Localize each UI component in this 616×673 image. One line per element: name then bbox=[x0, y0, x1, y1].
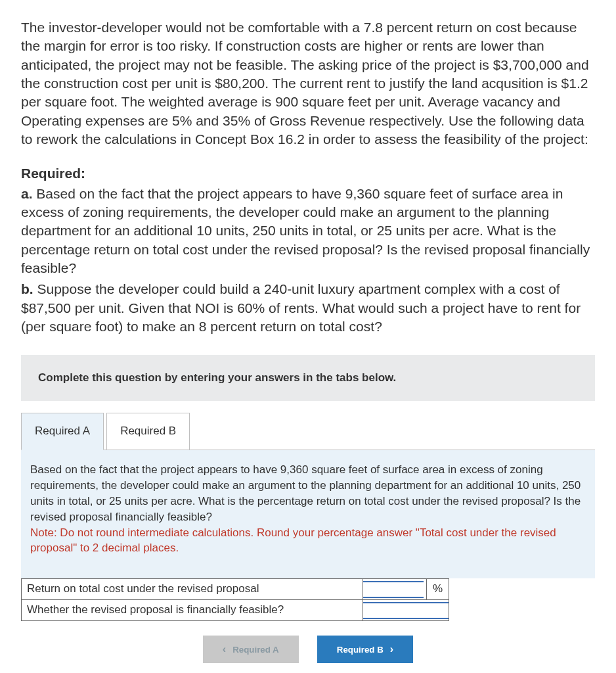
part-b-lead: b. bbox=[21, 281, 33, 296]
part-b: b. Suppose the developer could build a 2… bbox=[21, 280, 595, 336]
tab-required-b[interactable]: Required B bbox=[106, 413, 190, 450]
tab-panel-a: Based on the fact that the project appea… bbox=[21, 450, 595, 578]
prev-required-a-button[interactable]: ‹ Required A bbox=[203, 636, 299, 663]
intro-paragraph: The investor-developer would not be comf… bbox=[21, 18, 595, 149]
part-a-text: Based on the fact that the project appea… bbox=[21, 186, 590, 275]
tab-b-label: Required B bbox=[120, 425, 176, 437]
part-b-text: Suppose the developer could build a 240-… bbox=[21, 281, 581, 334]
feasible-input[interactable] bbox=[363, 602, 449, 619]
required-label: Required: bbox=[21, 164, 595, 183]
row1-label: Return on total cost under the revised p… bbox=[22, 579, 363, 600]
row2-label: Whether the revised proposal is financia… bbox=[22, 600, 363, 621]
required-block: Required: a. Based on the fact that the … bbox=[21, 164, 595, 336]
chevron-right-icon: › bbox=[390, 643, 393, 655]
tab-required-a[interactable]: Required A bbox=[21, 413, 104, 450]
answer-table: Return on total cost under the revised p… bbox=[21, 578, 449, 621]
row1-input-cell bbox=[363, 579, 427, 600]
next-label: Required B bbox=[337, 645, 384, 655]
table-row: Return on total cost under the revised p… bbox=[22, 579, 449, 600]
panel-prompt: Based on the fact that the project appea… bbox=[30, 463, 581, 522]
panel-note: Note: Do not round intermediate calculat… bbox=[30, 526, 556, 555]
problem-statement: The investor-developer would not be comf… bbox=[21, 18, 595, 149]
prev-label: Required A bbox=[232, 645, 279, 655]
tab-a-label: Required A bbox=[35, 425, 90, 437]
chevron-left-icon: ‹ bbox=[223, 643, 226, 655]
return-on-cost-input[interactable] bbox=[363, 581, 424, 598]
table-row: Whether the revised proposal is financia… bbox=[22, 600, 449, 621]
instruction-bar: Complete this question by entering your … bbox=[21, 355, 595, 402]
next-required-b-button[interactable]: Required B › bbox=[317, 636, 413, 663]
row1-unit: % bbox=[427, 579, 449, 600]
nav-row: ‹ Required A Required B › bbox=[21, 636, 595, 663]
row2-input-cell bbox=[363, 600, 449, 621]
part-a-lead: a. bbox=[21, 186, 33, 201]
part-a: a. Based on the fact that the project ap… bbox=[21, 185, 595, 278]
tabs-row: Required A Required B bbox=[21, 413, 595, 450]
